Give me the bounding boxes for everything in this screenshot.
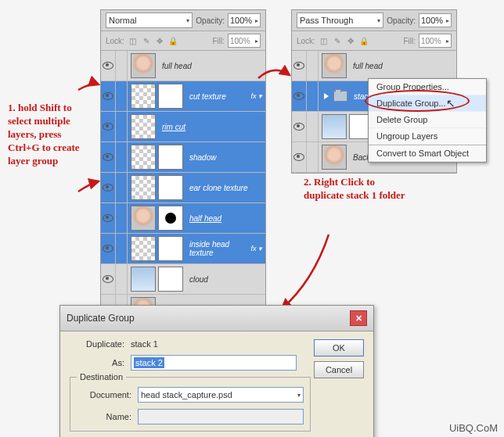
- lock-move-icon[interactable]: ✥: [154, 35, 165, 46]
- visibility-toggle[interactable]: [101, 81, 116, 111]
- visibility-toggle[interactable]: [101, 264, 116, 294]
- as-input[interactable]: stack 2: [131, 355, 297, 371]
- visibility-toggle[interactable]: [292, 142, 307, 172]
- document-select[interactable]: head stack_capture.psd▾: [138, 387, 304, 403]
- eye-icon: [293, 153, 304, 161]
- destination-legend: Destination: [77, 372, 126, 381]
- menu-item-delete-group[interactable]: Delete Group: [369, 112, 486, 128]
- opacity-input[interactable]: 100%▸: [228, 13, 261, 27]
- opacity-label: Opacity:: [387, 16, 416, 25]
- layer-row[interactable]: full head: [101, 51, 265, 81]
- layer-mask-thumb[interactable]: [158, 236, 183, 261]
- link-col: [116, 234, 128, 263]
- layers-list: full headcut texturefx ▾rim cutshadowear…: [101, 51, 265, 325]
- chevron-right-icon: ▸: [446, 17, 449, 24]
- name-label: Name:: [77, 412, 131, 421]
- layer-mask-thumb[interactable]: [158, 84, 183, 109]
- layer-name: half head: [186, 214, 265, 223]
- layer-thumbnails: [128, 206, 186, 231]
- lock-transparency-icon[interactable]: ◫: [319, 35, 329, 46]
- menu-item-convert-to-smart-object[interactable]: Convert to Smart Object: [369, 145, 486, 162]
- layer-mask-thumb[interactable]: [158, 267, 183, 292]
- fill-input[interactable]: 100%▸: [419, 34, 452, 48]
- layer-mask-thumb[interactable]: [158, 175, 183, 200]
- cancel-button[interactable]: Cancel: [314, 361, 364, 378]
- menu-item-ungroup-layers[interactable]: Ungroup Layers: [369, 128, 486, 145]
- fx-badge[interactable]: fx ▾: [250, 245, 265, 253]
- link-col: [307, 51, 319, 81]
- layer-row[interactable]: full head: [292, 51, 456, 81]
- blend-mode-select[interactable]: Pass Through▾: [297, 13, 383, 28]
- lock-all-icon[interactable]: 🔒: [167, 35, 178, 46]
- lock-paint-icon[interactable]: ✎: [141, 35, 152, 46]
- fill-input[interactable]: 100%▸: [228, 34, 261, 48]
- visibility-toggle[interactable]: [292, 81, 307, 111]
- dialog-body: OK Cancel Duplicate: stack 1 As: stack 2…: [60, 331, 373, 437]
- name-input[interactable]: [138, 409, 304, 424]
- link-col: [307, 112, 319, 141]
- lock-label: Lock:: [106, 37, 124, 45]
- panel-top-row: Pass Through▾ Opacity: 100%▸: [292, 10, 456, 31]
- eye-icon: [103, 153, 113, 161]
- eye-icon: [293, 123, 304, 131]
- layer-row[interactable]: inside head texturefx ▾: [101, 234, 265, 264]
- layer-thumbnails: [128, 236, 186, 261]
- layer-row[interactable]: cloud: [101, 264, 265, 295]
- lock-paint-icon[interactable]: ✎: [332, 35, 343, 46]
- layer-name: shadow: [186, 153, 265, 162]
- fx-badge[interactable]: fx ▾: [250, 92, 265, 100]
- layer-mask-thumb[interactable]: [158, 145, 183, 170]
- visibility-toggle[interactable]: [101, 142, 116, 172]
- dialog-title-text: Duplicate Group: [67, 313, 135, 324]
- link-col: [116, 203, 128, 233]
- link-col: [116, 51, 128, 81]
- lock-all-icon[interactable]: 🔒: [358, 35, 369, 46]
- lock-row: Lock: ◫ ✎ ✥ 🔒 Fill: 100%▸: [292, 31, 456, 51]
- eye-icon: [103, 214, 113, 222]
- layer-row[interactable]: shadow: [101, 142, 265, 173]
- visibility-toggle[interactable]: [292, 51, 307, 81]
- eye-icon: [103, 184, 113, 192]
- fill-value: 100%: [230, 37, 250, 45]
- fill-value: 100%: [421, 37, 441, 45]
- menu-item-duplicate-group[interactable]: Duplicate Group...: [369, 95, 486, 112]
- layer-row[interactable]: rim cut: [101, 112, 265, 142]
- chevron-right-icon: ▸: [255, 17, 258, 24]
- lock-move-icon[interactable]: ✥: [345, 35, 356, 46]
- visibility-toggle[interactable]: [292, 112, 307, 141]
- cursor-icon: ↖: [446, 97, 455, 109]
- layer-name: cloud: [186, 275, 265, 284]
- layer-thumbnails: [128, 175, 186, 200]
- menu-item-group-properties[interactable]: Group Properties...: [369, 79, 486, 95]
- close-button[interactable]: ✕: [350, 310, 367, 326]
- lock-transparency-icon[interactable]: ◫: [128, 35, 139, 46]
- visibility-toggle[interactable]: [101, 203, 116, 233]
- layers-panel-left: Normal▾ Opacity: 100%▸ Lock: ◫ ✎ ✥ 🔒 Fil…: [100, 9, 266, 326]
- lock-row: Lock: ◫ ✎ ✥ 🔒 Fill: 100%▸: [101, 31, 265, 51]
- layer-name: cut texture: [186, 92, 250, 101]
- layer-row[interactable]: ear clone texture: [101, 173, 265, 203]
- layer-thumbnails: [128, 114, 159, 139]
- eye-icon: [103, 275, 113, 283]
- visibility-toggle[interactable]: [101, 234, 116, 263]
- layer-row[interactable]: half head: [101, 203, 265, 234]
- layer-thumbnails: [319, 145, 350, 170]
- visibility-toggle[interactable]: [101, 173, 116, 202]
- lock-icons: ◫ ✎ ✥ 🔒: [128, 35, 178, 46]
- dialog-titlebar: Duplicate Group ✕: [60, 306, 373, 331]
- as-input-value: stack 2: [134, 357, 164, 368]
- opacity-input[interactable]: 100%▸: [419, 13, 452, 27]
- visibility-toggle[interactable]: [101, 51, 116, 81]
- eye-icon: [293, 92, 304, 100]
- layer-thumbnails: [128, 53, 159, 78]
- visibility-toggle[interactable]: [101, 112, 116, 141]
- layer-mask-thumb[interactable]: [158, 206, 183, 231]
- ok-button[interactable]: OK: [314, 339, 364, 356]
- layer-row[interactable]: cut texturefx ▾: [101, 81, 265, 112]
- layer-name: ear clone texture: [186, 184, 265, 192]
- blend-mode-select[interactable]: Normal▾: [106, 13, 193, 28]
- link-col: [307, 142, 319, 172]
- as-label: As:: [70, 358, 124, 367]
- dialog-buttons: OK Cancel: [314, 339, 364, 383]
- document-value: head stack_capture.psd: [141, 390, 232, 399]
